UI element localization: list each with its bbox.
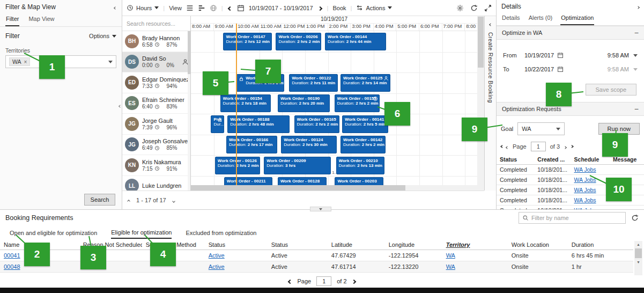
cell-link[interactable]: 00041 <box>4 252 20 259</box>
timeline-hscrollbar[interactable] <box>191 185 477 191</box>
column-header[interactable]: Status <box>205 240 268 250</box>
resource-row[interactable]: ESEfrain Schreiner6:4083% <box>122 93 190 114</box>
column-header[interactable]: Longitude <box>385 240 442 250</box>
panel-splitter-icon[interactable] <box>119 102 121 108</box>
schedule-link[interactable]: WA Jobs <box>574 166 596 173</box>
save-scope-button[interactable]: Save scope <box>586 84 636 96</box>
previous-page-icon[interactable] <box>288 278 292 284</box>
booking-block[interactable]: Work Order - 00190Duration: 2 hrs 20 min <box>278 94 330 112</box>
filter-by-name-input[interactable] <box>531 215 622 221</box>
tab-details[interactable]: Details <box>501 13 521 25</box>
resource-row[interactable]: BHBrady Hannon6:5887% <box>122 31 190 52</box>
next-day-icon[interactable] <box>317 5 323 11</box>
collapse-left-panel-icon[interactable] <box>114 3 116 11</box>
cell-link[interactable]: Active <box>209 252 225 259</box>
next-page-icon[interactable] <box>352 278 356 284</box>
resource-row[interactable]: EDEdgar Dominquez7:3394% <box>122 72 190 93</box>
booking-block[interactable]: Work Order - 00154Duration: 2 hrs 18 min <box>220 94 271 112</box>
from-date-field[interactable]: 10/19/2017 <box>524 52 564 58</box>
cell-link[interactable]: WA <box>446 252 455 259</box>
booking-block[interactable]: Work Order - 00165Duration: 2 hrs 2 min <box>294 115 339 133</box>
cell-link[interactable]: Active <box>209 263 225 270</box>
expand-icon[interactable] <box>484 4 492 12</box>
resource-row[interactable]: JGJorge Gault7:3996% <box>122 114 190 135</box>
booking-block[interactable]: Work Order - 00144Duration: 2 hrs 44 min <box>325 33 386 50</box>
booking-block[interactable]: Proj..Dur... <box>211 115 224 133</box>
collapse-resources-icon[interactable] <box>128 197 130 203</box>
tab-open-and-eligible[interactable]: Open and eligible for optimization <box>10 228 97 238</box>
date-range[interactable]: 10/19/2017 - 10/19/2017 <box>249 5 313 11</box>
booking-block[interactable]: Work Order - 00210Duration: 2 hrs 13 min <box>336 157 385 174</box>
tab-filter[interactable]: Filter <box>5 14 19 26</box>
goal-select[interactable]: WA <box>517 122 565 135</box>
booking-block[interactable]: Work Order - 00166Duration: 2 hrs 17 min <box>226 136 277 153</box>
schedule-link[interactable]: WA Jobs <box>574 187 596 193</box>
booking-block[interactable]: Work Order - 00155Duration: 2 hrs 2 min <box>335 94 380 112</box>
column-header[interactable]: Status <box>268 240 328 250</box>
actions-dropdown[interactable]: Actions <box>356 4 392 11</box>
create-resource-booking-strip[interactable]: Create Resource Booking <box>484 16 496 191</box>
remove-territory-icon[interactable]: × <box>24 59 27 65</box>
resource-row[interactable]: LLLuke Lundgren <box>122 176 190 191</box>
booking-block[interactable]: Work Order - 00211 <box>224 177 273 185</box>
calendar-icon[interactable] <box>557 66 564 72</box>
table-vscrollbar[interactable]: ▲ ▼ <box>634 241 642 275</box>
collapse-section-icon[interactable]: − <box>634 105 639 113</box>
resource-scrollbar[interactable] <box>188 31 190 191</box>
schedule-link[interactable]: WA Jobs <box>574 177 596 183</box>
options-dropdown[interactable]: Options <box>89 33 116 39</box>
booking-block[interactable]: Work Order - 00126Duration: 2 hrs 2 min <box>215 157 260 174</box>
column-header[interactable]: Status <box>497 155 534 165</box>
previous-page-icon[interactable] <box>506 143 508 150</box>
gantt-view-icon[interactable] <box>198 4 205 12</box>
collapse-strip-icon[interactable] <box>490 20 492 27</box>
page-input[interactable]: 1 <box>531 142 546 151</box>
search-button[interactable]: Search <box>84 194 115 206</box>
booking-block[interactable]: Work Order - 00209Duration: 3 hrs <box>264 157 331 174</box>
to-date-field[interactable]: 10/22/2017 <box>524 66 564 72</box>
booking-block[interactable]: Work Order - 00124Duration: 2 hrs 30 min <box>281 136 337 153</box>
book-button[interactable]: Book <box>332 5 346 11</box>
map-view-icon[interactable] <box>210 4 217 12</box>
booking-block[interactable]: Work Order - 00141Duration: 2 hrs 5 min <box>342 115 388 133</box>
resource-row[interactable]: DSDavid So0:000% <box>122 52 190 73</box>
booking-block[interactable]: Work Order - 00203 <box>335 177 383 185</box>
resource-row[interactable]: JGJoseph Gonsalves6:4985% <box>122 135 190 156</box>
resource-row[interactable]: KNKris Nakamura7:1591% <box>122 155 190 176</box>
tab-excluded-from-optimization[interactable]: Excluded from optimization <box>186 228 256 238</box>
booking-block[interactable]: Work Order - 00122Duration: 2 hrs 11 min <box>289 74 338 92</box>
gear-icon[interactable] <box>456 4 464 12</box>
tab-optimization[interactable]: Optimization <box>560 13 594 25</box>
booking-block[interactable]: Work Order - 00142Duration: 2 hrs 2 min <box>340 136 386 153</box>
page-input[interactable]: 1 <box>316 276 331 286</box>
hours-scale-dropdown[interactable]: Hours <box>127 4 159 11</box>
filter-by-name-box[interactable] <box>519 212 626 224</box>
list-view-icon[interactable] <box>186 4 194 12</box>
booking-block[interactable]: Work Order - 00206Duration: 2 hrs 2 min <box>276 33 321 50</box>
timeline-grid[interactable]: Work Order - 00147Duration: 2 hrs 12 min… <box>191 31 477 185</box>
booking-block[interactable]: Work Order - 00125Duration: 2 hrs 14 min <box>340 74 390 92</box>
schedule-link[interactable]: WA Jobs <box>574 197 596 203</box>
from-time-field[interactable]: 9:58 AM <box>608 52 638 58</box>
scroll-down-icon[interactable]: ▼ <box>634 259 642 266</box>
table-row[interactable] <box>0 273 633 276</box>
refresh-icon[interactable] <box>631 214 639 222</box>
first-page-icon[interactable] <box>501 145 502 148</box>
calendar-icon[interactable] <box>557 52 564 58</box>
cell-link[interactable]: WA <box>446 263 455 270</box>
refresh-icon[interactable] <box>470 4 478 12</box>
column-header[interactable]: Territory <box>442 240 508 250</box>
next-page-icon[interactable] <box>564 143 566 150</box>
splitter-handle[interactable] <box>310 207 331 211</box>
to-time-field[interactable]: 9:58 AM <box>608 66 638 72</box>
collapse-section-icon[interactable]: − <box>634 29 639 36</box>
timeline-vscrollbar[interactable] <box>477 16 484 191</box>
tab-alerts[interactable]: Alerts (0) <box>528 13 553 25</box>
last-page-icon[interactable] <box>571 145 572 148</box>
scroll-up-icon[interactable]: ▲ <box>634 241 642 248</box>
request-row[interactable]: Completed10/18/201...WA Jobs <box>497 165 644 175</box>
resource-search-input[interactable] <box>122 16 190 31</box>
column-header[interactable]: Duration <box>568 240 633 250</box>
previous-day-icon[interactable] <box>227 5 233 11</box>
booking-block[interactable]: Work Order - 00128 <box>278 177 327 185</box>
